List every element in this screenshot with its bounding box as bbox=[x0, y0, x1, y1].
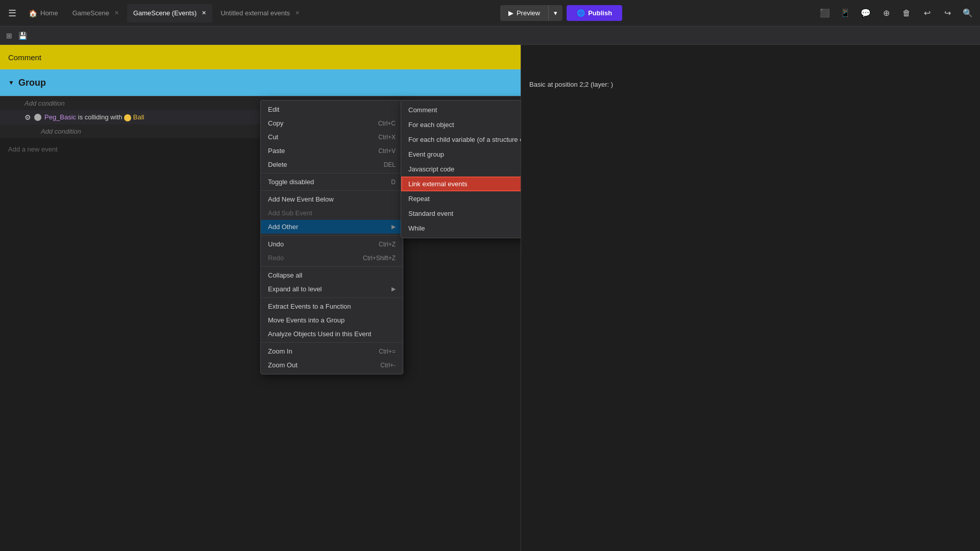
submenu-item-link-external-events[interactable]: Link external events bbox=[401, 177, 521, 191]
condition-settings-icon: ⚙ bbox=[24, 113, 31, 121]
topbar: ☰ 🏠 Home GameScene ✕ GameScene (Events) … bbox=[0, 0, 980, 27]
remote-icon[interactable]: 📱 bbox=[837, 5, 853, 21]
peg-basic-dot bbox=[34, 114, 41, 121]
submenu-item-repeat[interactable]: Repeat bbox=[401, 191, 521, 206]
menu-item-cut[interactable]: Cut Ctrl+X bbox=[261, 130, 403, 144]
menu-add-new-event-label: Add New Event Below bbox=[268, 195, 334, 203]
menu-analyze-objects-label: Analyze Objects Used in this Event bbox=[268, 330, 371, 338]
submenu-link-external-events-label: Link external events bbox=[408, 180, 468, 188]
search-icon[interactable]: 🔍 bbox=[960, 5, 976, 21]
menu-icon[interactable]: ☰ bbox=[4, 5, 20, 21]
preview-label: Preview bbox=[517, 9, 540, 17]
submenu-item-javascript-code[interactable]: Javascript code bbox=[401, 162, 521, 177]
menu-item-expand-all[interactable]: Expand all to level ▶ bbox=[261, 282, 403, 296]
submenu-for-each-child-label: For each child variable (of a structure … bbox=[408, 136, 521, 143]
tab-home-label: Home bbox=[40, 9, 58, 17]
group-row[interactable]: ▼ Group bbox=[0, 69, 521, 96]
chat-icon[interactable]: 💬 bbox=[857, 5, 874, 21]
menu-zoom-out-label: Zoom Out bbox=[268, 361, 298, 369]
tab-gamescene-events[interactable]: GameScene (Events) ✕ bbox=[127, 4, 212, 22]
tab-untitled-external[interactable]: Untitled external events ✕ bbox=[214, 4, 306, 22]
submenu-event-group-label: Event group bbox=[408, 151, 444, 158]
tab-gamescene[interactable]: GameScene ✕ bbox=[66, 4, 125, 22]
menu-item-edit[interactable]: Edit bbox=[261, 103, 403, 116]
add-icon[interactable]: ⊕ bbox=[878, 5, 894, 21]
menu-item-zoom-out[interactable]: Zoom Out Ctrl+- bbox=[261, 358, 403, 372]
divider-3 bbox=[261, 235, 403, 236]
divider-2 bbox=[261, 190, 403, 191]
preview-dropdown-button[interactable]: ▾ bbox=[548, 5, 562, 21]
layout-icon[interactable]: ⊞ bbox=[4, 30, 14, 42]
menu-collapse-all-label: Collapse all bbox=[268, 271, 302, 279]
play-icon: ▶ bbox=[508, 9, 513, 17]
menu-cut-shortcut: Ctrl+X bbox=[378, 134, 396, 141]
globe-icon: 🌐 bbox=[577, 9, 585, 17]
undo-icon[interactable]: ↩ bbox=[919, 5, 935, 21]
menu-item-add-new-event[interactable]: Add New Event Below bbox=[261, 192, 403, 206]
menu-undo-label: Undo bbox=[268, 240, 284, 248]
close-untitled-external-icon[interactable]: ✕ bbox=[295, 10, 300, 16]
tab-gamescene-events-label: GameScene (Events) bbox=[133, 9, 197, 17]
main-content: Comment ▼ Group Add condition ⚙ Peg_Basi… bbox=[0, 45, 980, 551]
menu-move-events-label: Move Events into a Group bbox=[268, 316, 345, 324]
menu-item-copy[interactable]: Copy Ctrl+C bbox=[261, 116, 403, 130]
expand-all-arrow-icon: ▶ bbox=[391, 286, 396, 292]
menu-item-move-events[interactable]: Move Events into a Group bbox=[261, 313, 403, 327]
submenu-item-for-each-object[interactable]: For each object bbox=[401, 117, 521, 132]
topbar-right: ⬛ 📱 💬 ⊕ 🗑 ↩ ↪ 🔍 bbox=[817, 5, 976, 21]
divider-5 bbox=[261, 297, 403, 298]
submenu-repeat-label: Repeat bbox=[408, 195, 430, 203]
menu-expand-all-label: Expand all to level bbox=[268, 285, 322, 293]
menu-zoom-in-shortcut: Ctrl+= bbox=[379, 348, 396, 355]
menu-toggle-label: Toggle disabled bbox=[268, 178, 314, 186]
submenu-item-for-each-child[interactable]: For each child variable (of a structure … bbox=[401, 132, 521, 147]
menu-copy-shortcut: Ctrl+C bbox=[378, 120, 396, 127]
submenu-item-standard-event[interactable]: Standard event bbox=[401, 206, 521, 221]
submenu-item-event-group[interactable]: Event group bbox=[401, 147, 521, 162]
close-gamescene-events-icon[interactable]: ✕ bbox=[202, 10, 206, 16]
menu-redo-shortcut: Ctrl+Shift+Z bbox=[363, 255, 396, 262]
tab-home[interactable]: 🏠 Home bbox=[22, 4, 64, 22]
menu-item-add-sub-event[interactable]: Add Sub Event bbox=[261, 206, 403, 220]
menu-item-delete[interactable]: Delete DEL bbox=[261, 158, 403, 171]
publish-label: Publish bbox=[588, 9, 612, 17]
event-sheet: Comment ▼ Group Add condition ⚙ Peg_Basi… bbox=[0, 45, 521, 551]
menu-item-toggle-disabled[interactable]: Toggle disabled D bbox=[261, 175, 403, 189]
menu-item-analyze-objects[interactable]: Analyze Objects Used in this Event bbox=[261, 327, 403, 341]
redo-icon[interactable]: ↪ bbox=[939, 5, 955, 21]
tab-untitled-external-label: Untitled external events bbox=[220, 9, 290, 17]
publish-button[interactable]: 🌐 Publish bbox=[567, 5, 622, 21]
menu-paste-label: Paste bbox=[268, 147, 285, 155]
comment-text: Comment bbox=[8, 53, 41, 62]
add-other-arrow-icon: ▶ bbox=[391, 223, 396, 230]
submenu-javascript-code-label: Javascript code bbox=[408, 165, 454, 173]
delete-icon[interactable]: 🗑 bbox=[898, 5, 915, 21]
comment-row: Comment bbox=[0, 45, 521, 69]
menu-item-undo[interactable]: Undo Ctrl+Z bbox=[261, 237, 403, 251]
divider-6 bbox=[261, 342, 403, 343]
right-panel: Basic at position 2;2 (layer: ) bbox=[521, 45, 980, 551]
submenu-item-comment[interactable]: Comment bbox=[401, 103, 521, 117]
submenu-item-while[interactable]: While bbox=[401, 221, 521, 236]
menu-copy-label: Copy bbox=[268, 119, 283, 127]
share-icon[interactable]: ⬛ bbox=[817, 5, 833, 21]
menu-item-collapse-all[interactable]: Collapse all bbox=[261, 268, 403, 282]
menu-item-paste[interactable]: Paste Ctrl+V bbox=[261, 144, 403, 158]
menu-item-add-other[interactable]: Add Other ▶ bbox=[261, 220, 403, 234]
menu-item-extract-events[interactable]: Extract Events to a Function bbox=[261, 299, 403, 313]
group-text: Group bbox=[18, 78, 46, 88]
close-gamescene-icon[interactable]: ✕ bbox=[114, 10, 119, 16]
menu-toggle-shortcut: D bbox=[391, 179, 396, 186]
group-collapse-icon[interactable]: ▼ bbox=[8, 79, 14, 86]
menu-delete-shortcut: DEL bbox=[384, 161, 396, 168]
menu-item-redo[interactable]: Redo Ctrl+Shift+Z bbox=[261, 251, 403, 265]
menu-add-other-label: Add Other bbox=[268, 223, 298, 231]
divider-4 bbox=[261, 266, 403, 267]
menu-extract-events-label: Extract Events to a Function bbox=[268, 303, 351, 310]
preview-button[interactable]: ▶ Preview bbox=[500, 5, 548, 21]
home-icon: 🏠 bbox=[29, 9, 37, 17]
save-icon[interactable]: 💾 bbox=[16, 30, 29, 42]
menu-item-zoom-in[interactable]: Zoom In Ctrl+= bbox=[261, 344, 403, 358]
ball-dot bbox=[124, 114, 131, 121]
toolbar-row: ⊞ 💾 bbox=[0, 27, 980, 45]
